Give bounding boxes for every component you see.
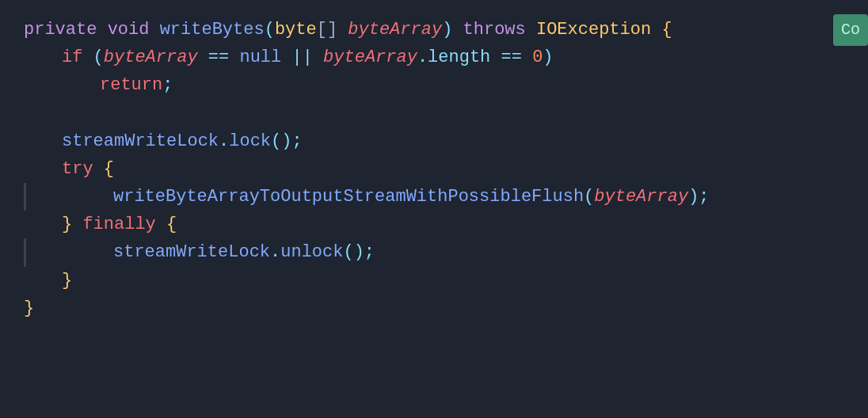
code-line-4	[24, 100, 868, 127]
method-writebytearraytooutputstream: writeByteArrayToOutputStreamWithPossible…	[113, 183, 584, 211]
number-0: 0	[532, 44, 542, 71]
code-line-5: streamWriteLock . lock ();	[24, 127, 868, 155]
exception-ioexception: IOException	[536, 16, 651, 44]
param-bytearray: byteArray	[348, 16, 442, 44]
code-line-1: private void writeBytes ( byte [] byteAr…	[24, 16, 868, 44]
param-bytearray-2: byteArray	[104, 44, 198, 71]
kw-void: void	[108, 16, 150, 44]
param-bytearray-3: byteArray	[323, 44, 417, 71]
method-lock: lock	[229, 127, 271, 155]
kw-null: null	[239, 44, 281, 71]
kw-return: return	[100, 71, 162, 99]
code-line-8: } finally {	[24, 211, 868, 238]
code-editor: private void writeBytes ( byte [] byteAr…	[0, 0, 868, 418]
code-line-6: try {	[24, 155, 868, 183]
method-unlock: unlock	[280, 238, 343, 266]
left-border-line	[24, 183, 26, 211]
method-streamwritelock-lock: streamWriteLock	[62, 127, 219, 155]
kw-finally: finally	[82, 211, 155, 238]
code-line-3: return ;	[24, 71, 868, 99]
kw-throws: throws	[463, 16, 526, 44]
code-line-9-wrapper: streamWriteLock . unlock ();	[24, 238, 868, 266]
badge-co[interactable]: Co	[833, 14, 868, 46]
code-line-7: writeByteArrayToOutputStreamWithPossible…	[37, 183, 710, 211]
code-line-7-wrapper: writeByteArrayToOutputStreamWithPossible…	[24, 183, 868, 211]
kw-if: if	[62, 44, 82, 71]
code-line-10: }	[24, 267, 868, 294]
param-bytearray-4: byteArray	[594, 183, 688, 211]
kw-try: try	[62, 155, 93, 183]
code-line-9: streamWriteLock . unlock ();	[37, 238, 375, 266]
code-line-2: if ( byteArray == null || byteArray .len…	[24, 44, 868, 71]
code-line-11: }	[24, 294, 868, 322]
kw-private: private	[24, 16, 97, 44]
method-writebytes: writeBytes	[160, 16, 265, 44]
method-streamwritelock-unlock: streamWriteLock	[113, 238, 270, 266]
left-border-line-2	[24, 238, 26, 266]
type-byte: byte	[275, 16, 317, 44]
